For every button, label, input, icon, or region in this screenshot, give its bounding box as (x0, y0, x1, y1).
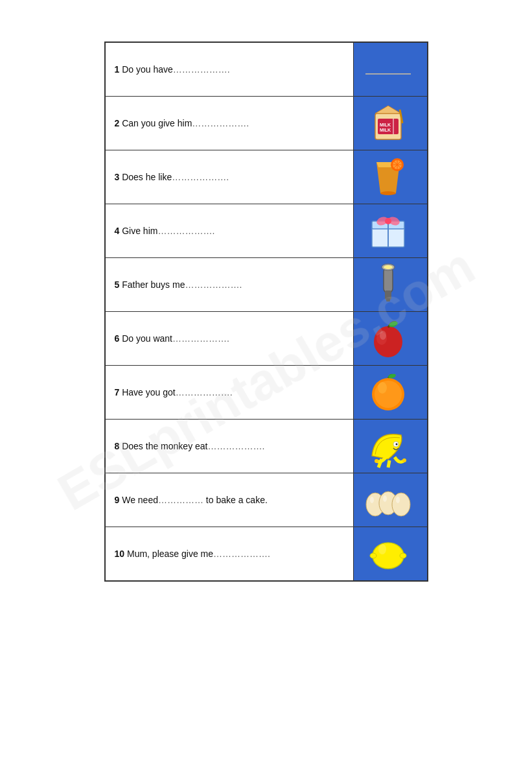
food-image-juice (358, 154, 419, 200)
svg-point-48 (370, 553, 376, 558)
image-cell-8 (353, 420, 427, 473)
image-cell-9 (353, 473, 427, 527)
image-cell-6 (353, 312, 427, 366)
svg-rect-22 (384, 267, 393, 293)
svg-rect-25 (385, 290, 391, 300)
image-cell-2: MILK MILK (353, 97, 427, 150)
food-image-orange (358, 370, 419, 415)
food-image-eggs (358, 477, 419, 523)
question-text-3: 3 Does he like………………. (105, 150, 354, 204)
svg-line-38 (388, 460, 389, 468)
table-row: 10 Mum, please give me………………. (105, 527, 428, 582)
table-row: 3 Does he like………………. (105, 150, 428, 204)
image-cell-3 (353, 150, 427, 204)
image-cell-7 (353, 366, 427, 420)
question-text-2: 2 Can you give him………………. (105, 97, 354, 150)
table-row: 4 Give him………………. (105, 204, 428, 258)
image-cell-4 (353, 204, 427, 258)
svg-point-24 (384, 265, 393, 269)
table-row: 7 Have you got………………. (105, 366, 428, 420)
table-row: 6 Do you want………………. (105, 312, 428, 366)
svg-point-40 (402, 458, 406, 462)
svg-point-36 (395, 444, 397, 445)
question-text-7: 7 Have you got………………. (105, 366, 354, 420)
food-image-lemon (358, 531, 419, 576)
food-image-banana (358, 423, 419, 469)
svg-text:MILK: MILK (380, 123, 391, 127)
svg-point-47 (373, 543, 404, 569)
svg-point-49 (400, 553, 406, 558)
svg-marker-1 (375, 106, 401, 113)
svg-point-50 (378, 544, 386, 554)
svg-point-43 (392, 493, 410, 516)
image-cell-10 (353, 527, 427, 582)
svg-point-44 (370, 497, 374, 503)
question-text-1: 1 Do you have………………. (105, 42, 354, 97)
image-cell-1 (353, 42, 427, 97)
image-cell-5 (353, 258, 427, 312)
svg-point-21 (385, 218, 391, 224)
svg-point-9 (380, 191, 396, 195)
table-row: 1 Do you have………………. (105, 42, 428, 97)
question-text-4: 4 Give him………………. (105, 204, 354, 258)
question-text-8: 8 Does the monkey eat………………. (105, 420, 354, 473)
svg-point-30 (380, 331, 386, 340)
table-row: 2 Can you give him………………. MILK MILK (105, 97, 428, 150)
food-image-torch (358, 262, 419, 307)
table-row: 8 Does the monkey eat………………. (105, 420, 428, 473)
food-image-apple (358, 316, 419, 361)
svg-point-46 (396, 497, 400, 503)
question-text-5: 5 Father buys me………………. (105, 258, 354, 312)
table-row: 9 We need…………… to bake a cake. (105, 473, 428, 527)
svg-point-33 (378, 382, 387, 394)
question-text-9: 9 We need…………… to bake a cake. (105, 473, 354, 527)
food-image-milk: MILK MILK (358, 101, 419, 146)
svg-point-39 (375, 459, 378, 463)
food-image-gift (358, 208, 419, 254)
svg-point-45 (383, 495, 387, 502)
svg-text:MILK: MILK (380, 128, 391, 132)
table-row: 5 Father buys me………………. (105, 258, 428, 312)
question-text-10: 10 Mum, please give me………………. (105, 527, 354, 582)
worksheet-table: 1 Do you have……………….2 Can you give him……… (104, 41, 428, 582)
question-text-6: 6 Do you want………………. (105, 312, 354, 366)
food-image-answer_line (358, 47, 419, 92)
svg-rect-26 (386, 298, 390, 302)
